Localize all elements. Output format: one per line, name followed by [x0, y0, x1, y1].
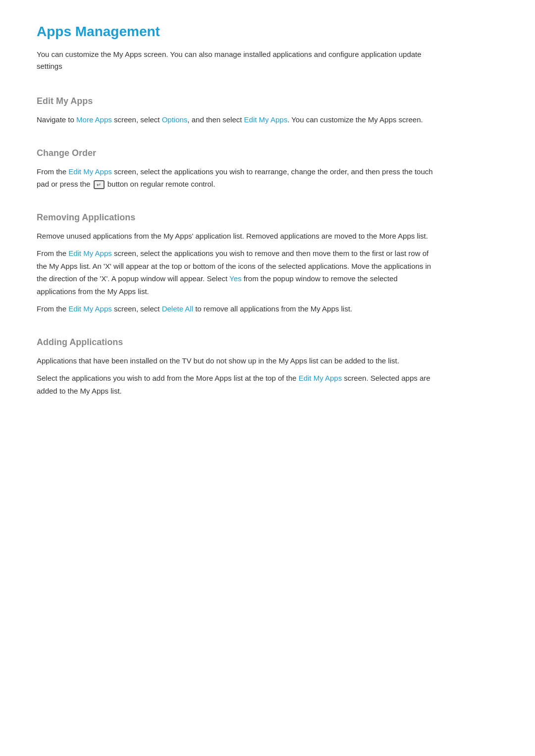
- edit-my-apps-link-4[interactable]: Edit My Apps: [68, 304, 112, 313]
- section-body-edit-my-apps: Navigate to More Apps screen, select Opt…: [37, 113, 439, 126]
- edit-my-apps-link-2[interactable]: Edit My Apps: [68, 167, 112, 176]
- page-description: You can customize the My Apps screen. Yo…: [37, 49, 439, 72]
- section-title-adding-applications: Adding Applications: [37, 333, 439, 348]
- removing-paragraph-1: Remove unused applications from the My A…: [37, 230, 439, 243]
- delete-all-link[interactable]: Delete All: [162, 304, 193, 313]
- change-order-paragraph: From the Edit My Apps screen, select the…: [37, 165, 439, 191]
- removing-paragraph-3: From the Edit My Apps screen, select Del…: [37, 302, 439, 315]
- yes-link[interactable]: Yes: [229, 274, 241, 283]
- section-body-adding-applications: Applications that have been installed on…: [37, 354, 439, 398]
- section-body-removing-applications: Remove unused applications from the My A…: [37, 230, 439, 315]
- edit-my-apps-paragraph: Navigate to More Apps screen, select Opt…: [37, 113, 439, 126]
- section-edit-my-apps: Edit My Apps Navigate to More Apps scree…: [37, 92, 439, 126]
- page-content: Apps Management You can customize the My…: [0, 0, 476, 454]
- edit-my-apps-link-1[interactable]: Edit My Apps: [244, 115, 288, 124]
- removing-paragraph-2: From the Edit My Apps screen, select the…: [37, 247, 439, 298]
- section-body-change-order: From the Edit My Apps screen, select the…: [37, 165, 439, 191]
- section-change-order: Change Order From the Edit My Apps scree…: [37, 144, 439, 191]
- edit-my-apps-link-3[interactable]: Edit My Apps: [68, 249, 112, 257]
- options-link[interactable]: Options: [162, 115, 188, 124]
- section-title-edit-my-apps: Edit My Apps: [37, 92, 439, 106]
- more-apps-link[interactable]: More Apps: [76, 115, 112, 124]
- section-title-change-order: Change Order: [37, 144, 439, 158]
- section-title-removing-applications: Removing Applications: [37, 208, 439, 223]
- adding-paragraph-1: Applications that have been installed on…: [37, 354, 439, 367]
- edit-my-apps-link-5[interactable]: Edit My Apps: [299, 374, 342, 382]
- adding-paragraph-2: Select the applications you wish to add …: [37, 372, 439, 397]
- section-removing-applications: Removing Applications Remove unused appl…: [37, 208, 439, 315]
- section-adding-applications: Adding Applications Applications that ha…: [37, 333, 439, 398]
- remote-button-icon: [94, 180, 105, 189]
- page-title: Apps Management: [37, 24, 439, 40]
